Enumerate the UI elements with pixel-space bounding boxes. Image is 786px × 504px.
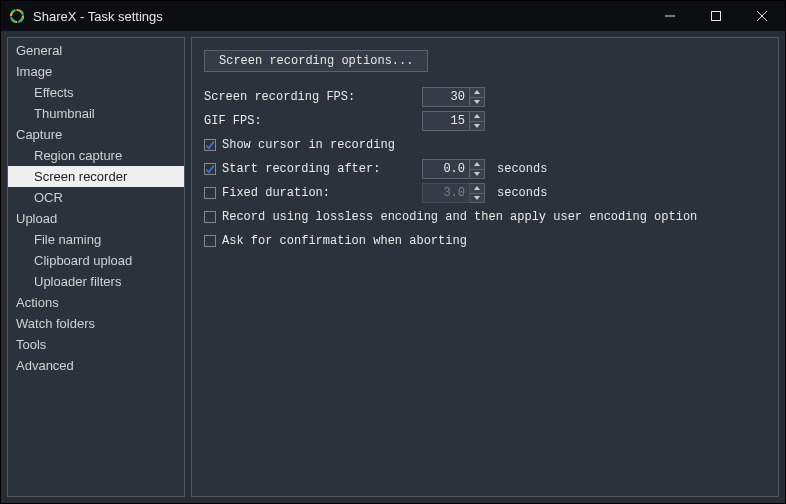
gif-fps-spin-up[interactable]: [470, 112, 484, 122]
chevron-up-icon: [474, 114, 480, 118]
sidebar-item-effects[interactable]: Effects: [8, 82, 184, 103]
sidebar-item-actions[interactable]: Actions: [8, 292, 184, 313]
chevron-up-icon: [474, 186, 480, 190]
main-panel: Screen recording options... Screen recor…: [191, 37, 779, 497]
sidebar-item-image[interactable]: Image: [8, 61, 184, 82]
start-after-spin-down[interactable]: [470, 170, 484, 179]
chevron-down-icon: [474, 124, 480, 128]
sidebar-item-thumbnail[interactable]: Thumbnail: [8, 103, 184, 124]
sidebar-item-capture[interactable]: Capture: [8, 124, 184, 145]
window-title: ShareX - Task settings: [33, 9, 163, 24]
gif-fps-input[interactable]: 15: [422, 111, 470, 131]
show-cursor-label: Show cursor in recording: [222, 138, 395, 152]
sidebar-item-advanced[interactable]: Advanced: [8, 355, 184, 376]
ask-confirm-label: Ask for confirmation when aborting: [222, 234, 467, 248]
fixed-duration-spin-down: [470, 194, 484, 203]
fixed-duration-suffix: seconds: [497, 186, 547, 200]
sidebar-item-upload[interactable]: Upload: [8, 208, 184, 229]
fps-input[interactable]: 30: [422, 87, 470, 107]
chevron-down-icon: [474, 100, 480, 104]
start-after-spin-up[interactable]: [470, 160, 484, 170]
sidebar-item-region-capture[interactable]: Region capture: [8, 145, 184, 166]
gif-fps-label: GIF FPS:: [204, 114, 262, 128]
lossless-label: Record using lossless encoding and then …: [222, 210, 697, 224]
svg-rect-4: [712, 12, 721, 21]
fixed-duration-spin-up: [470, 184, 484, 194]
start-after-spinner[interactable]: [470, 159, 485, 179]
fps-label: Screen recording FPS:: [204, 90, 355, 104]
fps-spin-down[interactable]: [470, 98, 484, 107]
start-after-input[interactable]: 0.0: [422, 159, 470, 179]
start-after-checkbox[interactable]: [204, 163, 216, 175]
sidebar: General Image Effects Thumbnail Capture …: [7, 37, 185, 497]
fixed-duration-input: 3.0: [422, 183, 470, 203]
window-controls: [647, 1, 785, 31]
chevron-down-icon: [474, 196, 480, 200]
maximize-button[interactable]: [693, 1, 739, 31]
svg-point-2: [11, 10, 23, 22]
window: ShareX - Task settings General Image Eff…: [0, 0, 786, 504]
ask-confirm-checkbox[interactable]: [204, 235, 216, 247]
fixed-duration-spinner: [470, 183, 485, 203]
titlebar: ShareX - Task settings: [1, 1, 785, 31]
sidebar-item-watch-folders[interactable]: Watch folders: [8, 313, 184, 334]
chevron-down-icon: [474, 172, 480, 176]
sidebar-item-file-naming[interactable]: File naming: [8, 229, 184, 250]
start-after-suffix: seconds: [497, 162, 547, 176]
fixed-duration-checkbox[interactable]: [204, 187, 216, 199]
minimize-button[interactable]: [647, 1, 693, 31]
screen-recording-options-button[interactable]: Screen recording options...: [204, 50, 428, 72]
lossless-checkbox[interactable]: [204, 211, 216, 223]
body: General Image Effects Thumbnail Capture …: [1, 31, 785, 503]
chevron-up-icon: [474, 162, 480, 166]
gif-fps-spinner[interactable]: [470, 111, 485, 131]
fps-spinner[interactable]: [470, 87, 485, 107]
start-after-label: Start recording after:: [222, 162, 380, 176]
gif-fps-spin-down[interactable]: [470, 122, 484, 131]
sidebar-item-clipboard-upload[interactable]: Clipboard upload: [8, 250, 184, 271]
sidebar-item-ocr[interactable]: OCR: [8, 187, 184, 208]
sidebar-item-screen-recorder[interactable]: Screen recorder: [8, 166, 184, 187]
sharex-logo-icon: [9, 8, 25, 24]
fps-spin-up[interactable]: [470, 88, 484, 98]
sidebar-item-tools[interactable]: Tools: [8, 334, 184, 355]
fixed-duration-label: Fixed duration:: [222, 186, 330, 200]
sidebar-item-uploader-filters[interactable]: Uploader filters: [8, 271, 184, 292]
show-cursor-checkbox[interactable]: [204, 139, 216, 151]
sidebar-item-general[interactable]: General: [8, 40, 184, 61]
chevron-up-icon: [474, 90, 480, 94]
close-button[interactable]: [739, 1, 785, 31]
